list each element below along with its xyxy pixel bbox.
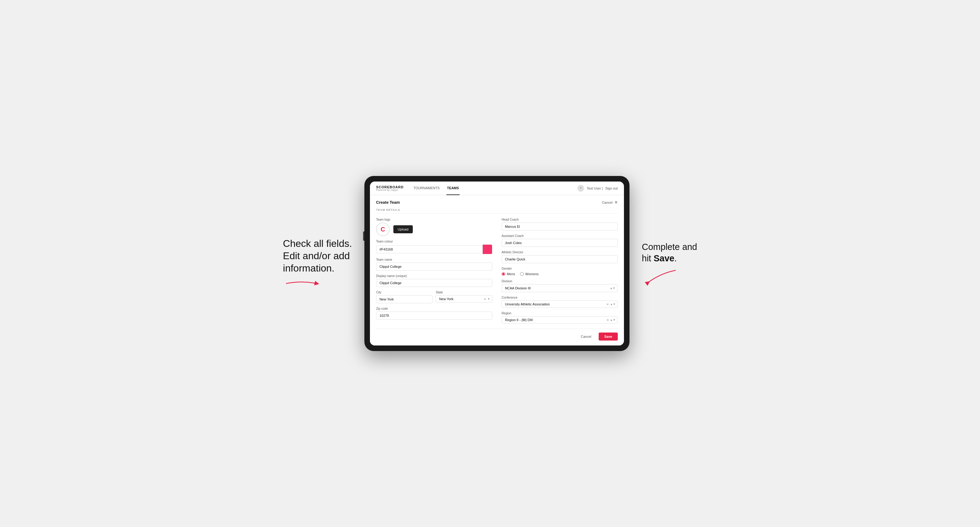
team-name-label: Team name	[376, 258, 492, 261]
tablet-screen: SCOREBOARD Powered by clippd TOURNAMENTS…	[370, 181, 624, 346]
annotation-right-line2: hit	[642, 253, 654, 263]
page-header: Create Team Cancel ✕	[376, 200, 618, 205]
cancel-x-button[interactable]: Cancel ✕	[602, 200, 618, 205]
display-name-field: Display name (unique)	[376, 274, 492, 287]
city-field: City	[376, 290, 433, 303]
state-clear-icon[interactable]: ✕	[484, 297, 486, 301]
annotation-line1: Check all fields.	[283, 238, 352, 249]
team-colour-label: Team colour	[376, 240, 492, 243]
assistant-coach-input[interactable]	[501, 239, 618, 247]
assistant-coach-label: Assistant Coach	[501, 234, 618, 238]
form-grid: Team logo C Upload Team colour	[376, 218, 618, 324]
left-arrow-icon	[283, 277, 320, 290]
form-left: Team logo C Upload Team colour	[376, 218, 492, 324]
display-name-label: Display name (unique)	[376, 274, 492, 278]
annotation-line2: Edit and/or add	[283, 250, 350, 261]
head-coach-label: Head Coach	[501, 218, 618, 221]
conference-select[interactable]: University Athletic Association ✕ ▲▼	[501, 300, 618, 308]
color-swatch[interactable]	[482, 244, 492, 254]
conference-label: Conference	[501, 296, 618, 299]
nav-tournaments[interactable]: TOURNAMENTS	[413, 181, 440, 195]
division-label: Division	[501, 279, 618, 283]
conference-chevron-icon[interactable]: ▲▼	[610, 303, 616, 306]
region-label: Region	[501, 311, 618, 315]
signout-link[interactable]: Sign out	[605, 186, 618, 190]
logo-area: C Upload	[376, 222, 492, 236]
zip-input[interactable]	[376, 311, 492, 320]
region-field: Region Region II - (M) DIII ✕ ▲▼	[501, 311, 618, 324]
city-state-group: City State New York ✕ ▼	[376, 290, 492, 303]
page-title: Create Team	[376, 200, 400, 205]
gender-womens-radio[interactable]	[520, 272, 524, 276]
form-footer: Cancel Save	[376, 329, 618, 341]
user-avatar-icon: T	[578, 185, 584, 192]
team-name-field: Team name	[376, 258, 492, 271]
conference-clear-icon[interactable]: ✕	[606, 303, 609, 306]
gender-radio-group: Mens Womens	[501, 272, 618, 276]
upload-button[interactable]: Upload	[393, 225, 413, 233]
head-coach-input[interactable]	[501, 222, 618, 230]
state-label: State	[436, 290, 492, 294]
athletic-director-label: Athletic Director	[501, 251, 618, 254]
section-label: TEAM DETAILS	[376, 208, 618, 214]
gender-mens-label: Mens	[507, 272, 515, 276]
gender-field: Gender Mens Womens	[501, 267, 618, 276]
annotation-right-line1: Complete and	[642, 242, 697, 252]
display-name-input[interactable]	[376, 279, 492, 287]
state-value: New York	[439, 297, 453, 301]
main-content: Create Team Cancel ✕ TEAM DETAILS Team l…	[370, 195, 624, 346]
zip-label: Zip code	[376, 307, 492, 310]
city-state-row: City State New York ✕ ▼	[376, 290, 492, 303]
assistant-coach-field: Assistant Coach	[501, 234, 618, 247]
annotation-right-end: .	[675, 253, 677, 263]
city-label: City	[376, 290, 433, 294]
user-label: Test User |	[587, 186, 603, 190]
team-colour-field: Team colour	[376, 240, 492, 254]
region-clear-icon[interactable]: ✕	[606, 318, 609, 322]
athletic-director-input[interactable]	[501, 255, 618, 263]
zip-field: Zip code	[376, 307, 492, 320]
division-select[interactable]: NCAA Division III	[501, 284, 618, 292]
annotation-line3: information.	[283, 263, 334, 274]
team-name-input[interactable]	[376, 263, 492, 271]
conference-value: University Athletic Association	[505, 302, 550, 306]
team-logo-circle: C	[376, 222, 390, 236]
gender-mens-option[interactable]: Mens	[501, 272, 515, 276]
division-field: Division NCAA Division III ▲▼	[501, 279, 618, 292]
state-select[interactable]: New York ✕ ▼	[436, 295, 492, 303]
gender-womens-option[interactable]: Womens	[520, 272, 539, 276]
region-chevron-icon[interactable]: ▲▼	[610, 318, 616, 321]
right-arrow-icon	[642, 267, 679, 286]
state-chevron-icon[interactable]: ▼	[487, 297, 490, 300]
gender-label: Gender	[501, 267, 618, 270]
head-coach-field: Head Coach	[501, 218, 618, 230]
team-logo-label: Team logo	[376, 218, 492, 221]
nav-teams[interactable]: TEAMS	[446, 181, 460, 195]
save-button[interactable]: Save	[599, 333, 618, 341]
form-right: Head Coach Assistant Coach Athletic Dire…	[501, 218, 618, 324]
left-annotation: Check all fields. Edit and/or add inform…	[283, 237, 352, 274]
app-logo: SCOREBOARD Powered by clippd	[376, 185, 404, 191]
color-field-wrapper	[376, 244, 492, 254]
athletic-director-field: Athletic Director	[501, 251, 618, 263]
division-select-wrapper: NCAA Division III ▲▼	[501, 284, 618, 292]
conference-field: Conference University Athletic Associati…	[501, 296, 618, 308]
gender-mens-radio[interactable]	[501, 272, 505, 276]
tablet-frame: SCOREBOARD Powered by clippd TOURNAMENTS…	[364, 176, 630, 351]
gender-womens-label: Womens	[525, 272, 539, 276]
annotation-right-bold: Save	[654, 253, 674, 263]
right-annotation: Complete and hit Save.	[642, 241, 697, 286]
footer-cancel-button[interactable]: Cancel	[576, 333, 596, 341]
nav-links: TOURNAMENTS TEAMS	[413, 181, 578, 195]
team-logo-field: Team logo C Upload	[376, 218, 492, 236]
navbar: SCOREBOARD Powered by clippd TOURNAMENTS…	[370, 181, 624, 195]
region-value: Region II - (M) DIII	[505, 318, 533, 322]
state-field: State New York ✕ ▼	[436, 290, 492, 303]
team-colour-input[interactable]	[376, 245, 482, 253]
region-select[interactable]: Region II - (M) DIII ✕ ▲▼	[501, 316, 618, 324]
nav-user-area: T Test User | Sign out	[578, 185, 618, 192]
city-input[interactable]	[376, 295, 433, 303]
